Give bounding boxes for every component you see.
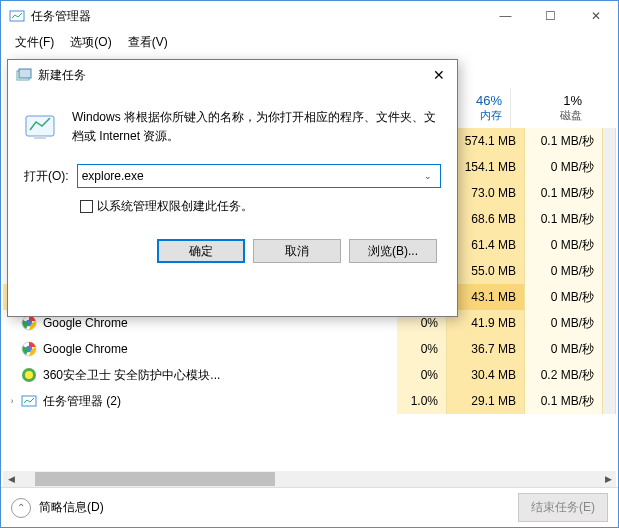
svg-rect-9 — [19, 69, 31, 78]
close-button[interactable]: ✕ — [573, 1, 618, 31]
ok-button[interactable]: 确定 — [157, 239, 245, 263]
expand-icon[interactable]: › — [3, 396, 21, 406]
process-name: 360安全卫士 安全防护中心模块... — [43, 367, 397, 384]
process-icon — [21, 315, 37, 331]
memory-cell: 61.4 MB — [447, 232, 525, 258]
disk-cell: 0 MB/秒 — [525, 154, 603, 180]
memory-cell: 73.0 MB — [447, 180, 525, 206]
menu-file[interactable]: 文件(F) — [9, 32, 60, 53]
memory-cell: 29.1 MB — [447, 388, 525, 414]
process-name: Google Chrome — [43, 316, 397, 330]
process-row[interactable]: 360安全卫士 安全防护中心模块...0%30.4 MB0.2 MB/秒 — [3, 362, 616, 388]
taskmgr-icon — [9, 8, 25, 24]
process-icon — [21, 367, 37, 383]
brief-info-link[interactable]: 简略信息(D) — [39, 499, 518, 516]
memory-cell: 574.1 MB — [447, 128, 525, 154]
admin-checkbox[interactable] — [80, 200, 93, 213]
memory-cell: 154.1 MB — [447, 154, 525, 180]
cpu-cell: 0% — [397, 336, 447, 362]
fewer-details-icon[interactable]: ⌃ — [11, 498, 31, 518]
dropdown-icon[interactable]: ⌄ — [420, 171, 436, 181]
disk-cell: 0 MB/秒 — [525, 310, 603, 336]
process-name: 任务管理器 (2) — [43, 393, 397, 410]
end-task-button[interactable]: 结束任务(E) — [518, 493, 608, 522]
column-disk[interactable]: 1% 磁盘 — [510, 88, 590, 128]
footer: ⌃ 简略信息(D) 结束任务(E) — [1, 487, 618, 527]
horizontal-scrollbar[interactable]: ◀ ▶ — [3, 471, 616, 487]
memory-cell: 41.9 MB — [447, 310, 525, 336]
svg-point-6 — [25, 371, 33, 379]
menubar: 文件(F) 选项(O) 查看(V) — [1, 31, 618, 53]
task-manager-window: 任务管理器 — ☐ ✕ 文件(F) 选项(O) 查看(V) % ⌄ 46% 内存… — [0, 0, 619, 528]
cpu-cell: 0% — [397, 362, 447, 388]
disk-cell: 0.1 MB/秒 — [525, 180, 603, 206]
svg-rect-11 — [34, 136, 46, 139]
window-title: 任务管理器 — [31, 8, 483, 25]
process-name: Google Chrome — [43, 342, 397, 356]
dialog-titlebar[interactable]: 新建任务 ✕ — [8, 60, 457, 90]
minimize-button[interactable]: — — [483, 1, 528, 31]
menu-view[interactable]: 查看(V) — [122, 32, 174, 53]
process-icon — [21, 341, 37, 357]
open-label: 打开(O): — [24, 168, 69, 185]
disk-cell: 0 MB/秒 — [525, 232, 603, 258]
disk-cell: 0 MB/秒 — [525, 284, 603, 310]
memory-cell: 68.6 MB — [447, 206, 525, 232]
dialog-title: 新建任务 — [38, 67, 421, 84]
disk-cell: 0.1 MB/秒 — [525, 206, 603, 232]
dialog-close-button[interactable]: ✕ — [421, 60, 457, 90]
disk-cell: 0 MB/秒 — [525, 258, 603, 284]
disk-cell: 0 MB/秒 — [525, 336, 603, 362]
process-icon — [21, 393, 37, 409]
admin-checkbox-label[interactable]: 以系统管理权限创建此任务。 — [97, 198, 253, 215]
scroll-right-icon[interactable]: ▶ — [600, 474, 616, 484]
process-row[interactable]: ›任务管理器 (2)1.0%29.1 MB0.1 MB/秒 — [3, 388, 616, 414]
run-icon — [16, 67, 32, 83]
memory-cell: 55.0 MB — [447, 258, 525, 284]
scroll-left-icon[interactable]: ◀ — [3, 474, 19, 484]
run-app-icon — [24, 108, 60, 144]
memory-cell: 36.7 MB — [447, 336, 525, 362]
cpu-cell: 1.0% — [397, 388, 447, 414]
process-row[interactable]: Google Chrome0%36.7 MB0 MB/秒 — [3, 336, 616, 362]
cancel-button[interactable]: 取消 — [253, 239, 341, 263]
browse-button[interactable]: 浏览(B)... — [349, 239, 437, 263]
open-combobox[interactable]: ⌄ — [77, 164, 441, 188]
disk-cell: 0.1 MB/秒 — [525, 388, 603, 414]
memory-cell: 30.4 MB — [447, 362, 525, 388]
maximize-button[interactable]: ☐ — [528, 1, 573, 31]
disk-cell: 0.1 MB/秒 — [525, 128, 603, 154]
new-task-dialog: 新建任务 ✕ Windows 将根据你所键入的名称，为你打开相应的程序、文件夹、… — [7, 59, 458, 317]
menu-options[interactable]: 选项(O) — [64, 32, 117, 53]
dialog-description: Windows 将根据你所键入的名称，为你打开相应的程序、文件夹、文档或 Int… — [72, 108, 441, 146]
scroll-thumb[interactable] — [35, 472, 275, 486]
open-input[interactable] — [82, 169, 420, 183]
memory-cell: 43.1 MB — [447, 284, 525, 310]
titlebar[interactable]: 任务管理器 — ☐ ✕ — [1, 1, 618, 31]
disk-cell: 0.2 MB/秒 — [525, 362, 603, 388]
